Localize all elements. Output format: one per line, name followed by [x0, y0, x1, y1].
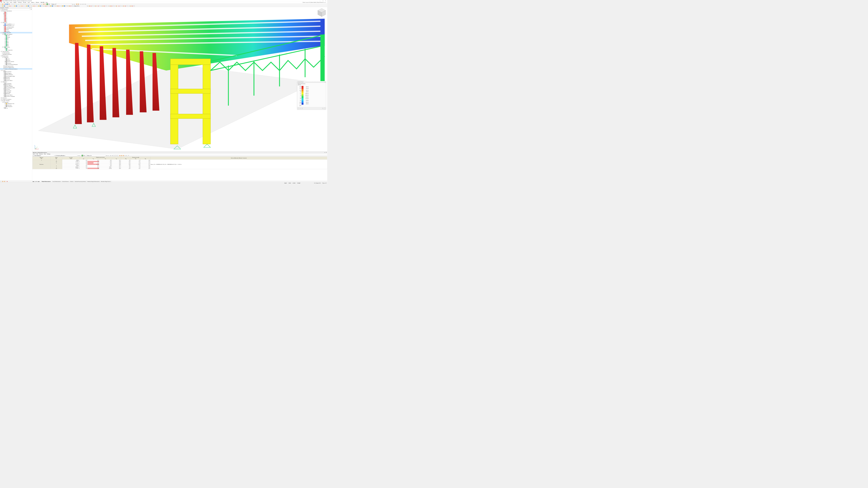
checkbox[interactable] [5, 39, 6, 40]
move-button[interactable] [34, 3, 35, 5]
loadcase-name-combo[interactable]: Viento +X▾ [52, 3, 72, 5]
loadcase-w-combo[interactable]: W [46, 3, 48, 5]
edit-tool-23[interactable] [126, 5, 128, 7]
iso-button[interactable] [43, 3, 44, 5]
checkbox[interactable] [3, 90, 4, 91]
checkbox[interactable] [3, 92, 4, 92]
radio[interactable] [5, 35, 6, 36]
draw-tool-9[interactable] [16, 5, 17, 7]
edit-tool-10[interactable] [104, 5, 105, 7]
table-tool-g[interactable] [121, 155, 123, 156]
copy-button[interactable] [12, 3, 14, 5]
radio[interactable] [3, 13, 4, 14]
expand-icon[interactable]: - [1, 22, 2, 23]
table-tool-i[interactable] [124, 155, 126, 156]
radio[interactable] [3, 18, 4, 19]
edit-tool-0[interactable] [87, 5, 89, 7]
checkbox[interactable] [3, 57, 4, 58]
checkbox[interactable] [2, 10, 3, 11]
radio[interactable] [3, 15, 4, 16]
checkbox[interactable] [5, 106, 6, 107]
checkbox[interactable] [5, 105, 6, 105]
checkbox[interactable] [3, 93, 4, 94]
edit-tool-24[interactable] [129, 5, 130, 7]
nav-tab-data[interactable] [0, 181, 2, 182]
radio[interactable] [3, 24, 4, 24]
checkbox[interactable] [2, 51, 3, 52]
rotate-button[interactable] [32, 3, 34, 5]
checkbox[interactable] [3, 96, 4, 97]
checkbox[interactable] [3, 77, 4, 78]
table-nextrec-button[interactable]: ▸ [37, 181, 38, 182]
checkbox[interactable] [2, 100, 3, 101]
edit-tool-22[interactable] [125, 5, 126, 7]
draw-tool-41[interactable] [70, 5, 72, 7]
table-tab[interactable]: Member Hinge Deformations [87, 181, 100, 182]
table-lc-prev[interactable]: ◂ [106, 155, 107, 156]
checkbox[interactable] [2, 53, 3, 53]
table-menu-view[interactable]: View [44, 153, 46, 155]
draw-tool-31[interactable] [53, 5, 55, 7]
table-maximize-button[interactable]: ▭ [324, 152, 325, 153]
checkbox[interactable] [3, 68, 4, 69]
control-panel-close-button[interactable]: ▭ [324, 81, 326, 83]
draw-tool-38[interactable] [65, 5, 67, 7]
table-next-button[interactable]: ▸ [79, 155, 81, 156]
draw-tool-4[interactable] [7, 5, 8, 7]
grid-c[interactable] [24, 3, 25, 5]
edit-tool-5[interactable] [95, 5, 97, 7]
edit-tool-8[interactable] [101, 5, 102, 7]
radio[interactable] [3, 25, 4, 26]
checkbox[interactable] [5, 45, 6, 46]
zoom-button[interactable] [35, 3, 37, 5]
model-viewport[interactable]: X Z Y Control Panel ▭ Global Deformation… [32, 7, 327, 152]
checkbox[interactable] [3, 87, 4, 88]
grid-b[interactable] [22, 3, 24, 5]
radio[interactable] [3, 73, 4, 74]
status-osnap[interactable]: OSNAP [297, 183, 301, 184]
menu-insert[interactable]: Insert [9, 2, 13, 3]
show-results-button[interactable] [76, 3, 78, 5]
grid-g[interactable] [30, 3, 31, 5]
draw-tool-12[interactable] [20, 5, 22, 7]
minimize-button[interactable]: — [319, 0, 321, 2]
checkbox[interactable] [5, 38, 6, 39]
table-tab[interactable]: Strains [70, 181, 74, 182]
edit-tool-3[interactable] [92, 5, 93, 7]
new-button[interactable] [0, 3, 2, 5]
checkbox[interactable] [3, 31, 4, 32]
draw-tool-6[interactable] [10, 5, 11, 7]
redo-button[interactable] [18, 3, 20, 5]
grid-a[interactable] [20, 3, 22, 5]
edit-tool-2[interactable] [90, 5, 92, 7]
status-grid[interactable]: GRID [288, 183, 291, 184]
table-prev-button[interactable]: ◂ [78, 155, 79, 156]
draw-tool-37[interactable] [64, 5, 65, 7]
misc-a[interactable] [80, 3, 81, 5]
radio[interactable] [5, 48, 6, 49]
draw-tool-34[interactable] [58, 5, 60, 7]
cp-isobands-button[interactable] [298, 108, 299, 109]
edit-tool-7[interactable] [99, 5, 101, 7]
maximize-button[interactable]: ▢ [322, 0, 324, 2]
draw-tool-21[interactable] [36, 5, 38, 7]
edit-tool-16[interactable] [114, 5, 116, 7]
menu-help[interactable]: Help [45, 2, 49, 3]
draw-tool-16[interactable] [28, 5, 29, 7]
draw-tool-24[interactable] [41, 5, 43, 7]
table-tab[interactable]: Internal Forces [61, 181, 69, 182]
checkbox[interactable] [5, 63, 6, 64]
edit-tool-21[interactable] [123, 5, 125, 7]
draw-tool-13[interactable] [22, 5, 24, 7]
checkbox[interactable] [5, 64, 6, 65]
table-tool-d[interactable] [115, 155, 117, 156]
radio[interactable] [3, 74, 4, 75]
viewcube[interactable] [317, 8, 326, 17]
close-model-button[interactable] [4, 3, 5, 5]
table-tool-h[interactable] [123, 155, 124, 156]
draw-tool-17[interactable] [29, 5, 31, 7]
edit-tool-1[interactable] [89, 5, 90, 7]
checkbox[interactable] [2, 70, 3, 71]
menu-calculate[interactable]: Calculate [17, 2, 22, 3]
menu-options[interactable]: Options [31, 2, 35, 3]
